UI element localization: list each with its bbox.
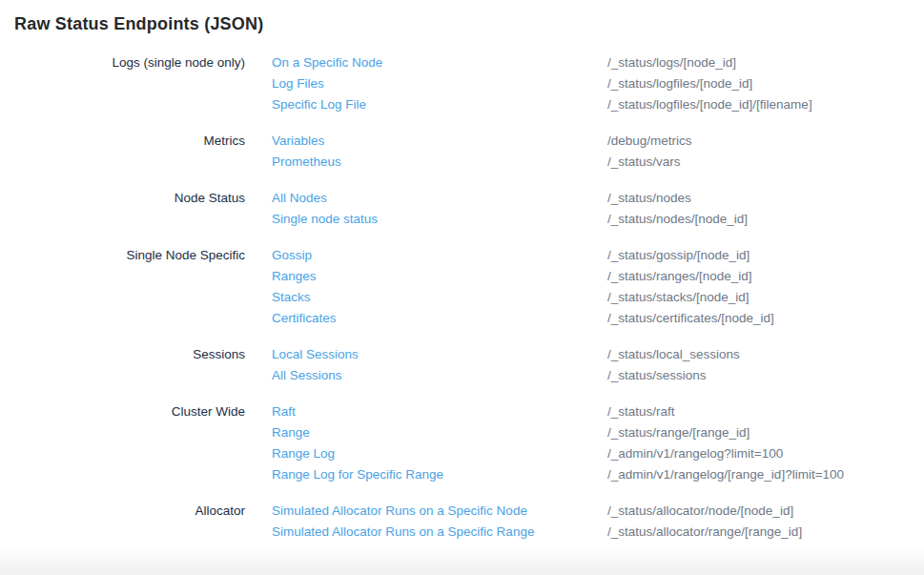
endpoint-path: /_status/vars [607, 152, 924, 173]
link-list: Local SessionsAll Sessions [245, 344, 581, 386]
category-label: Metrics [0, 131, 245, 173]
page-title: Raw Status Endpoints (JSON) [0, 0, 924, 35]
endpoint-group: Logs (single node only) On a Specific No… [0, 52, 924, 115]
endpoint-list: /debug/metrics/_status/vars [581, 131, 924, 173]
endpoint-link[interactable]: Variables [272, 131, 324, 152]
link-list: VariablesPrometheus [245, 131, 581, 173]
category-label: Sessions [0, 344, 245, 386]
endpoint-path: /_status/raft [607, 401, 924, 422]
endpoint-path: /_status/range/[range_id] [607, 422, 924, 443]
endpoint-path: /_status/logfiles/[node_id]/[filename] [607, 94, 924, 115]
endpoint-path: /_admin/v1/rangelog/[range_id]?limit=100 [607, 464, 924, 485]
category-label: Node Status [0, 188, 245, 230]
endpoint-link[interactable]: Range Log for Specific Range [272, 464, 443, 485]
endpoint-path: /_status/logfiles/[node_id] [607, 73, 924, 94]
endpoint-path: /_status/ranges/[node_id] [607, 266, 924, 287]
endpoint-link[interactable]: Simulated Allocator Runs on a Specific N… [272, 501, 527, 522]
endpoint-groups: Logs (single node only) On a Specific No… [0, 52, 924, 543]
endpoint-link[interactable]: All Nodes [272, 188, 327, 209]
endpoint-path: /_status/gossip/[node_id] [607, 245, 924, 266]
endpoint-link[interactable]: Specific Log File [272, 94, 366, 115]
endpoint-link[interactable]: Gossip [272, 245, 312, 266]
endpoint-link[interactable]: Simulated Allocator Runs on a Specific R… [272, 522, 534, 543]
endpoint-path: /_status/local_sessions [607, 344, 924, 365]
endpoint-path: /_status/certificates/[node_id] [607, 308, 924, 329]
endpoint-list: /_status/logs/[node_id]/_status/logfiles… [581, 52, 924, 115]
link-list: Simulated Allocator Runs on a Specific N… [245, 501, 581, 543]
footer-band [0, 546, 924, 575]
link-list: RaftRangeRange LogRange Log for Specific… [245, 401, 581, 485]
endpoint-link[interactable]: All Sessions [272, 365, 342, 386]
endpoint-link[interactable]: Stacks [272, 287, 311, 308]
endpoint-path: /_admin/v1/rangelog?limit=100 [607, 443, 924, 464]
endpoint-path: /_status/nodes/[node_id] [607, 209, 924, 230]
endpoint-list: /_status/gossip/[node_id]/_status/ranges… [581, 245, 924, 329]
endpoint-link[interactable]: Raft [272, 401, 296, 422]
link-list: All NodesSingle node status [245, 188, 581, 230]
endpoint-link[interactable]: Range Log [272, 443, 335, 464]
endpoint-list: /_status/nodes/_status/nodes/[node_id] [581, 188, 924, 230]
endpoint-group: Cluster Wide RaftRangeRange LogRange Log… [0, 401, 924, 485]
category-label: Single Node Specific [0, 245, 245, 329]
raw-status-endpoints-page: Raw Status Endpoints (JSON) Logs (single… [0, 0, 924, 575]
category-label: Allocator [0, 501, 245, 543]
link-list: GossipRangesStacksCertificates [245, 245, 581, 329]
endpoint-group: Node Status All NodesSingle node status … [0, 188, 924, 230]
endpoint-path: /_status/nodes [607, 188, 924, 209]
endpoint-path: /_status/allocator/node/[node_id] [607, 501, 924, 522]
endpoint-path: /_status/stacks/[node_id] [607, 287, 924, 308]
endpoint-list: /_status/allocator/node/[node_id]/_statu… [581, 501, 924, 543]
endpoint-list: /_status/raft/_status/range/[range_id]/_… [581, 401, 924, 485]
endpoint-link[interactable]: Single node status [272, 209, 378, 230]
endpoint-link[interactable]: Range [272, 422, 310, 443]
endpoint-link[interactable]: Certificates [272, 308, 337, 329]
endpoint-group: Metrics VariablesPrometheus /debug/metri… [0, 131, 924, 173]
endpoint-group: Sessions Local SessionsAll Sessions /_st… [0, 344, 924, 386]
endpoint-path: /debug/metrics [607, 131, 924, 152]
endpoint-list: /_status/local_sessions/_status/sessions [581, 344, 924, 386]
endpoint-group: Allocator Simulated Allocator Runs on a … [0, 501, 924, 543]
category-label: Cluster Wide [0, 401, 245, 485]
category-label: Logs (single node only) [0, 52, 245, 115]
endpoint-link[interactable]: On a Specific Node [272, 52, 382, 73]
endpoint-path: /_status/allocator/range/[range_id] [607, 522, 924, 543]
endpoint-path: /_status/logs/[node_id] [607, 52, 924, 73]
endpoint-link[interactable]: Prometheus [272, 152, 341, 173]
endpoint-path: /_status/sessions [607, 365, 924, 386]
endpoint-link[interactable]: Log Files [272, 73, 324, 94]
endpoint-link[interactable]: Local Sessions [272, 344, 359, 365]
endpoint-link[interactable]: Ranges [272, 266, 317, 287]
endpoint-group: Single Node Specific GossipRangesStacksC… [0, 245, 924, 329]
link-list: On a Specific NodeLog FilesSpecific Log … [245, 52, 581, 115]
